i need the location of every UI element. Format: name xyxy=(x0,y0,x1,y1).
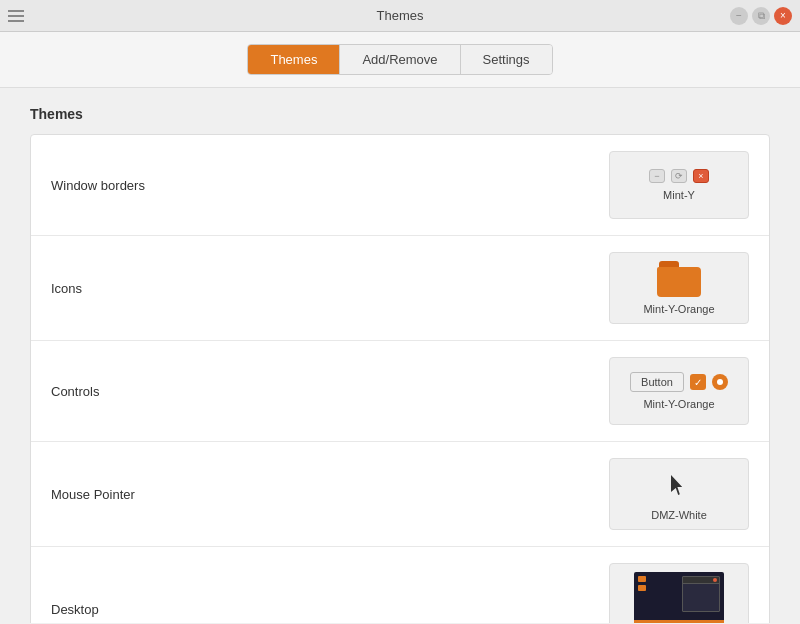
icons-theme-name: Mint-Y-Orange xyxy=(643,303,714,315)
section-title: Themes xyxy=(30,106,770,122)
close-button[interactable]: × xyxy=(774,7,792,25)
desktop-label: Desktop xyxy=(51,602,171,617)
controls-checkbox-sample: ✓ xyxy=(690,374,706,390)
tab-settings[interactable]: Settings xyxy=(461,45,552,74)
mouse-pointer-theme-name: DMZ-White xyxy=(651,509,707,521)
desktop-icon-2 xyxy=(638,585,646,591)
icons-label: Icons xyxy=(51,281,171,296)
window-borders-theme-name: Mint-Y xyxy=(663,189,695,201)
table-row: Desktop Mint-Y-Dark-Orange xyxy=(31,547,769,623)
themes-table: Window borders − ⟳ × Mint-Y Icons Mint-Y… xyxy=(30,134,770,623)
controls-preview-box[interactable]: Button ✓ Mint-Y-Orange xyxy=(609,357,749,425)
wb-close-icon: × xyxy=(693,169,709,183)
desktop-icon-1 xyxy=(638,576,646,582)
app-menu-icon[interactable] xyxy=(8,10,24,22)
tabs-container: Themes Add/Remove Settings xyxy=(0,32,800,88)
window-borders-label: Window borders xyxy=(51,178,171,193)
folder-icon xyxy=(657,261,701,297)
tab-themes[interactable]: Themes xyxy=(248,45,340,74)
minimize-button[interactable]: − xyxy=(730,7,748,25)
table-row: Window borders − ⟳ × Mint-Y xyxy=(31,135,769,236)
controls-label: Controls xyxy=(51,384,171,399)
controls-button-sample: Button xyxy=(630,372,684,392)
desktop-preview-box[interactable]: Mint-Y-Dark-Orange xyxy=(609,563,749,623)
wb-minimize-icon: − xyxy=(649,169,665,183)
controls-theme-name: Mint-Y-Orange xyxy=(643,398,714,410)
desktop-preview-image xyxy=(634,572,724,623)
mouse-pointer-preview-box[interactable]: DMZ-White xyxy=(609,458,749,530)
main-content: Themes Window borders − ⟳ × Mint-Y Icons xyxy=(0,88,800,623)
desktop-icon-group xyxy=(638,576,646,591)
window-borders-preview[interactable]: − ⟳ × Mint-Y xyxy=(609,151,749,219)
restore-button[interactable]: ⧉ xyxy=(752,7,770,25)
pointer-preview xyxy=(671,467,687,503)
mouse-pointer-label: Mouse Pointer xyxy=(51,487,171,502)
icons-preview-box[interactable]: Mint-Y-Orange xyxy=(609,252,749,324)
wb-restore-icon: ⟳ xyxy=(671,169,687,183)
table-row: Controls Button ✓ Mint-Y-Orange xyxy=(31,341,769,442)
cursor-icon xyxy=(671,475,687,495)
desktop-window-titlebar xyxy=(683,577,719,584)
folder-body xyxy=(657,267,701,297)
wb-preview-buttons: − ⟳ × xyxy=(649,169,709,183)
window-title: Themes xyxy=(377,8,424,23)
table-row: Icons Mint-Y-Orange xyxy=(31,236,769,341)
controls-radio-sample xyxy=(712,374,728,390)
desktop-window-sample xyxy=(682,576,720,612)
tab-bar: Themes Add/Remove Settings xyxy=(247,44,552,75)
controls-preview-widgets: Button ✓ xyxy=(630,372,728,392)
titlebar: Themes − ⧉ × xyxy=(0,0,800,32)
tab-add-remove[interactable]: Add/Remove xyxy=(340,45,460,74)
window-controls: − ⧉ × xyxy=(730,7,792,25)
desktop-taskbar xyxy=(634,620,724,623)
desktop-window-close xyxy=(713,578,717,582)
table-row: Mouse Pointer DMZ-White xyxy=(31,442,769,547)
